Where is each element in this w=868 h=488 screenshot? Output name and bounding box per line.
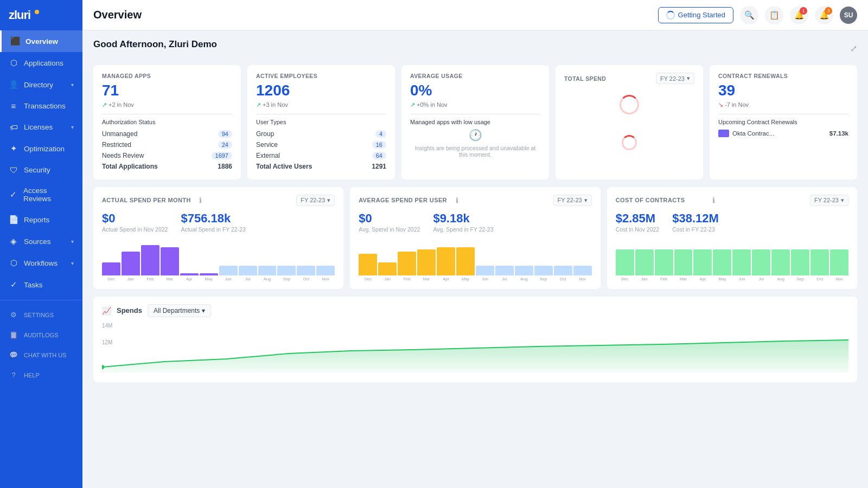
chevron-down-icon: ▾ [327, 197, 330, 204]
spends-chart-area: 14M 12M [102, 323, 848, 375]
report-icon: 📄 [9, 215, 18, 224]
sidebar-item-label: Transactions [24, 102, 66, 110]
sidebar-item-sources[interactable]: ◈ Sources ▾ [0, 230, 82, 252]
average-usage-card: AVERAGE USAGE 0% ↗ +0% in Nov Managed ap… [401, 65, 549, 179]
sidebar-item-access-reviews[interactable]: ✓ Access Reviews [0, 181, 82, 209]
trend-up-icon: ↗ [102, 101, 107, 108]
okta-logo [718, 130, 729, 137]
chevron-icon: ▾ [71, 239, 74, 245]
clipboard-button[interactable]: 📋 [765, 6, 783, 24]
sidebar-item-auditlogs[interactable]: 📋 AUDITLOGS [0, 325, 82, 345]
low-usage-title: Managed apps with low usage [410, 119, 540, 125]
help-icon: ? [9, 371, 18, 379]
directory-icon: 👤 [9, 80, 18, 89]
managed-apps-card: MANAGED APPS 71 ↗ +2 in Nov Authorizatio… [93, 65, 241, 179]
sidebar-item-label: Access Reviews [23, 187, 74, 203]
contract-renewals-value: 39 [718, 82, 848, 99]
chat-icon: 💬 [9, 351, 18, 359]
contract-renewals-label: CONTRACT RENEWALS [718, 73, 848, 79]
check-icon: ✓ [9, 190, 18, 200]
table-row: Service16 [256, 139, 386, 150]
grid-icon: ⬛ [10, 36, 20, 46]
transactions-icon: ≡ [9, 101, 18, 111]
actual-spend-chart: ACTUAL SPEND PER MONTH ℹ FY 22-23 ▾ $0 A… [93, 187, 343, 289]
getting-started-button[interactable]: Getting Started [658, 7, 733, 23]
spends-header: 📈 Spends All Departments ▾ [102, 304, 848, 317]
sidebar-item-label: HELP [24, 372, 40, 378]
chart-header: ACTUAL SPEND PER MONTH ℹ FY 22-23 ▾ [102, 195, 335, 206]
table-row: Restricted24 [102, 139, 232, 150]
user-types-title: User Types [256, 119, 386, 125]
summary-cards: MANAGED APPS 71 ↗ +2 in Nov Authorizatio… [93, 65, 857, 179]
contract-renewals-trend: ↘ -7 in Nov [718, 101, 848, 108]
sidebar-item-applications[interactable]: ⬡ Applications [0, 52, 82, 74]
sidebar-item-chat[interactable]: 💬 CHAT WITH US [0, 345, 82, 365]
shield-icon: 🛡 [9, 165, 18, 175]
user-avatar[interactable]: SU [840, 7, 857, 24]
tasks-icon: ✓ [9, 280, 18, 290]
table-row: Group4 [256, 129, 386, 139]
logo-area[interactable]: zluri [0, 0, 82, 30]
workflows-icon: ⬡ [9, 258, 18, 268]
search-button[interactable]: 🔍 [740, 6, 758, 24]
sidebar-item-label: Security [24, 166, 50, 174]
table-row: Total Applications1886 [102, 161, 232, 172]
contract-renewals-card: CONTRACT RENEWALS 39 ↘ -7 in Nov Upcomin… [710, 65, 857, 179]
chevron-icon: ▾ [71, 82, 74, 88]
avg-spend-user-chart: AVERAGE SPEND PER USER ℹ FY 22-23 ▾ $0 A… [350, 187, 600, 289]
search-icon: 🔍 [744, 10, 755, 20]
chart-title: ACTUAL SPEND PER MONTH [102, 197, 197, 203]
sidebar-item-label: Reports [24, 216, 49, 224]
info-icon[interactable]: ℹ [712, 196, 715, 204]
optimization-icon: ✦ [9, 144, 18, 153]
fy-selector-contracts[interactable]: FY 22-23 ▾ [810, 195, 848, 206]
sidebar-item-optimization[interactable]: ✦ Optimization [0, 138, 82, 159]
audit-icon: 📋 [9, 331, 18, 339]
fy-selector[interactable]: FY 22-23 ▾ [656, 73, 694, 84]
chevron-down-icon: ▾ [202, 307, 205, 314]
chart-title: AVERAGE SPEND PER USER [359, 197, 454, 203]
sidebar-item-directory[interactable]: 👤 Directory ▾ [0, 74, 82, 95]
info-icon[interactable]: ℹ [456, 196, 458, 204]
active-employees-label: ACTIVE EMPLOYEES [256, 73, 386, 79]
active-employees-card: ACTIVE EMPLOYEES 1206 ↗ +3 in Nov User T… [247, 65, 395, 179]
chevron-down-icon: ▾ [584, 197, 588, 204]
fy-selector-spend[interactable]: FY 22-23 ▾ [296, 195, 335, 206]
card-divider [410, 114, 540, 114]
page-title: Overview [93, 9, 652, 21]
alerts-button[interactable]: 🔔 3 [815, 6, 833, 24]
average-usage-label: AVERAGE USAGE [410, 73, 540, 79]
table-row: External64 [256, 150, 386, 161]
loading-circle-icon [666, 11, 675, 20]
loading-spinner [620, 95, 639, 114]
sidebar-item-label: Licenses [24, 123, 53, 131]
chart-title: COST OF CONTRACTS [616, 197, 711, 203]
sidebar-item-workflows[interactable]: ⬡ Workflows ▾ [0, 252, 82, 274]
chart-values: $2.85M Cost in Nov 2022 $38.12M Cost in … [616, 211, 848, 233]
sidebar-item-settings[interactable]: ⚙ SETTINGS [0, 305, 82, 325]
sidebar-item-transactions[interactable]: ≡ Transactions [0, 95, 82, 117]
sidebar-item-overview[interactable]: ⬛ Overview [0, 30, 82, 52]
chevron-icon: ▾ [71, 260, 74, 266]
fy-selector-avg[interactable]: FY 22-23 ▾ [553, 195, 592, 206]
notifications-button[interactable]: 🔔 1 [790, 6, 808, 24]
settings-icon: ⚙ [9, 311, 18, 319]
sidebar-item-label: Workflows [24, 259, 58, 267]
average-usage-trend: ↗ +0% in Nov [410, 101, 540, 108]
sidebar-item-help[interactable]: ? HELP [0, 365, 82, 385]
managed-apps-trend: ↗ +2 in Nov [102, 101, 232, 108]
spends-chart-icon: 📈 [102, 306, 111, 315]
expand-icon[interactable]: ⤢ [850, 43, 857, 54]
card-divider [102, 114, 232, 114]
sidebar-item-reports[interactable]: 📄 Reports [0, 209, 82, 230]
bar-chart: Dec Jan Feb Mar Apr May Jun Jul Aug Sep … [359, 238, 591, 281]
sidebar-item-label: Sources [24, 237, 51, 246]
department-selector[interactable]: All Departments ▾ [148, 304, 211, 317]
header: Overview Getting Started 🔍 📋 🔔 1 🔔 3 SU [82, 0, 868, 30]
info-icon[interactable]: ℹ [199, 196, 202, 204]
sidebar-item-tasks[interactable]: ✓ Tasks [0, 274, 82, 296]
trend-up-icon: ↗ [256, 101, 261, 108]
loading-spinner-small [622, 135, 637, 150]
sidebar-item-security[interactable]: 🛡 Security [0, 159, 82, 181]
sidebar-item-licenses[interactable]: 🏷 Licenses ▾ [0, 117, 82, 138]
